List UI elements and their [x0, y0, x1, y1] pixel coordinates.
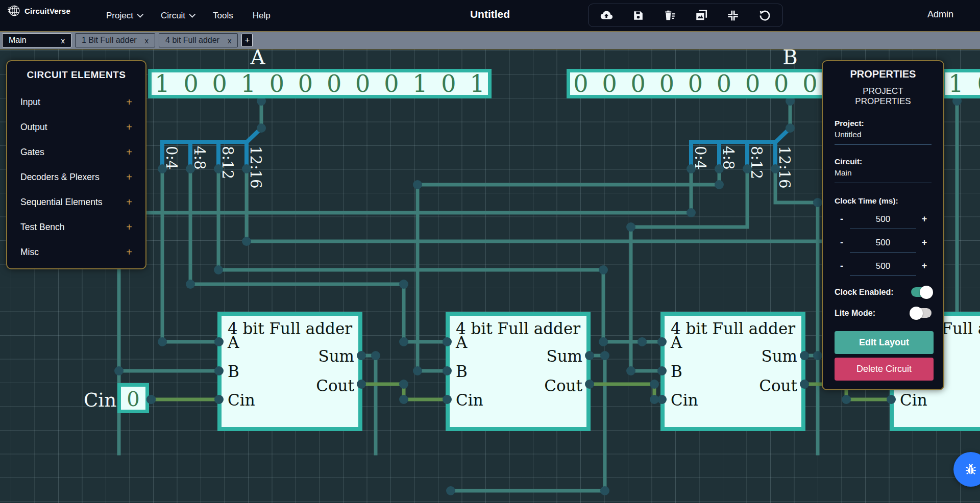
display-digit[interactable]: 0 — [745, 70, 760, 97]
wire-node[interactable] — [413, 180, 422, 189]
sidebar-item-gates[interactable]: Gates+ — [20, 140, 132, 165]
stepper-increase-button[interactable]: + — [920, 237, 928, 248]
adder-input-node[interactable] — [657, 337, 667, 346]
cin-input-value[interactable]: 0 — [127, 387, 139, 411]
display-digit[interactable]: 0 — [270, 70, 284, 97]
wire-node[interactable] — [399, 395, 408, 404]
wire-node[interactable] — [399, 280, 408, 289]
wire-node[interactable] — [715, 180, 724, 189]
tab-close-icon[interactable]: x — [228, 36, 232, 45]
sidebar-item-input[interactable]: Input+ — [20, 90, 132, 115]
menu-project[interactable]: Project — [106, 11, 141, 21]
wire-node[interactable] — [371, 351, 380, 360]
adder-input-node[interactable] — [214, 366, 224, 375]
wire-node[interactable] — [842, 395, 851, 404]
display-digit[interactable]: 0 — [659, 70, 674, 97]
stepper-increase-button[interactable]: + — [920, 214, 928, 224]
wire-node[interactable] — [626, 222, 635, 232]
stepper-increase-button[interactable]: + — [920, 261, 928, 271]
wire-node[interactable] — [771, 164, 780, 173]
wire-node[interactable] — [399, 337, 408, 346]
display-digit[interactable]: 0 — [212, 70, 227, 97]
display-digit[interactable]: 0 — [384, 70, 399, 97]
display-digit[interactable]: 0 — [688, 70, 703, 97]
page-title[interactable]: Untitled — [470, 8, 510, 20]
stepper-decrease-button[interactable]: - — [838, 261, 846, 271]
wire[interactable] — [362, 356, 376, 454]
wire-node[interactable] — [599, 337, 608, 346]
display-digit[interactable]: 0 — [774, 70, 789, 97]
tab-main[interactable]: Mainx — [2, 33, 71, 47]
adder-input-node[interactable] — [443, 395, 452, 404]
wire-node[interactable] — [446, 486, 455, 495]
sidebar-item-output[interactable]: Output+ — [20, 115, 132, 140]
wire-node[interactable] — [813, 198, 822, 207]
adder-output-node[interactable] — [800, 380, 809, 389]
wire-node[interactable] — [242, 237, 251, 246]
wire-node[interactable] — [214, 164, 223, 173]
wire-node[interactable] — [687, 208, 696, 217]
add-circuit-button[interactable]: + — [241, 34, 253, 47]
tab-close-icon[interactable]: x — [145, 36, 149, 45]
wire-node[interactable] — [687, 164, 696, 173]
adder-output-node[interactable] — [585, 351, 594, 360]
brand[interactable]: CircuitVerse — [7, 4, 70, 17]
wire-node[interactable] — [786, 123, 795, 133]
display-digit[interactable]: 0 — [441, 70, 456, 97]
display-digit[interactable]: 0 — [183, 70, 198, 97]
wire-node[interactable] — [813, 351, 822, 360]
wire-node[interactable] — [743, 164, 752, 173]
cin-output-node[interactable] — [146, 395, 156, 404]
wire-node[interactable] — [638, 337, 647, 346]
delete-circuit-button[interactable]: Delete Circuit — [835, 358, 934, 381]
display-digit[interactable]: 1 — [412, 70, 427, 97]
display-digit[interactable]: 1 — [241, 70, 256, 97]
wire-node[interactable] — [114, 366, 124, 375]
admin-link[interactable]: Admin — [927, 9, 953, 20]
adder-input-node[interactable] — [887, 395, 896, 404]
wire-node[interactable] — [158, 337, 167, 346]
menu-circuit[interactable]: Circuit — [161, 11, 193, 21]
wire-node[interactable] — [186, 280, 195, 289]
delete-sweep-icon[interactable] — [663, 9, 676, 22]
wire-node[interactable] — [158, 164, 167, 173]
display-digit[interactable]: 0 — [355, 70, 370, 97]
lite-mode-toggle[interactable] — [911, 308, 932, 318]
edit-layout-button[interactable]: Edit Layout — [835, 331, 934, 354]
wire-node[interactable] — [399, 380, 408, 389]
wire-node[interactable] — [715, 164, 724, 173]
adder-input-node[interactable] — [657, 366, 667, 375]
display-digit[interactable]: 0 — [977, 70, 980, 97]
project-name-input[interactable]: Untitled — [835, 130, 932, 139]
adder-output-node[interactable] — [585, 380, 594, 389]
save-icon[interactable] — [631, 9, 645, 22]
tab-close-icon[interactable]: x — [61, 36, 65, 45]
display-digit[interactable]: 1 — [155, 70, 169, 97]
cloud-upload-icon[interactable] — [600, 9, 613, 22]
wire-node[interactable] — [626, 366, 635, 375]
wire-node[interactable] — [599, 265, 608, 274]
display-digit[interactable]: 1 — [470, 70, 484, 97]
menu-help[interactable]: Help — [253, 11, 271, 21]
wire-node[interactable] — [600, 351, 609, 360]
display-digit[interactable]: 0 — [602, 70, 617, 97]
wire-node[interactable] — [600, 486, 609, 495]
adder-input-node[interactable] — [214, 395, 224, 404]
adder-input-node[interactable] — [443, 337, 452, 346]
stepper-decrease-button[interactable]: - — [838, 214, 846, 224]
adder-output-node[interactable] — [357, 380, 366, 389]
sidebar-item-sequential-elements[interactable]: Sequential Elements+ — [20, 190, 132, 215]
wire-node[interactable] — [650, 395, 659, 404]
adder-input-node[interactable] — [443, 366, 452, 375]
display-digit[interactable]: 0 — [573, 70, 588, 97]
wire-node[interactable] — [186, 164, 195, 173]
wire-node[interactable] — [242, 164, 251, 173]
adder-output-node[interactable] — [357, 351, 366, 360]
sidebar-item-test-bench[interactable]: Test Bench+ — [20, 215, 132, 240]
wire-node[interactable] — [650, 380, 659, 389]
images-icon[interactable] — [695, 9, 708, 22]
tab-1-bit-full-adder[interactable]: 1 Bit Full adderx — [75, 33, 155, 47]
sidebar-item-decoders-plexers[interactable]: Decoders & Plexers+ — [20, 165, 132, 190]
adder-output-node[interactable] — [800, 351, 809, 360]
history-icon[interactable] — [758, 9, 771, 22]
